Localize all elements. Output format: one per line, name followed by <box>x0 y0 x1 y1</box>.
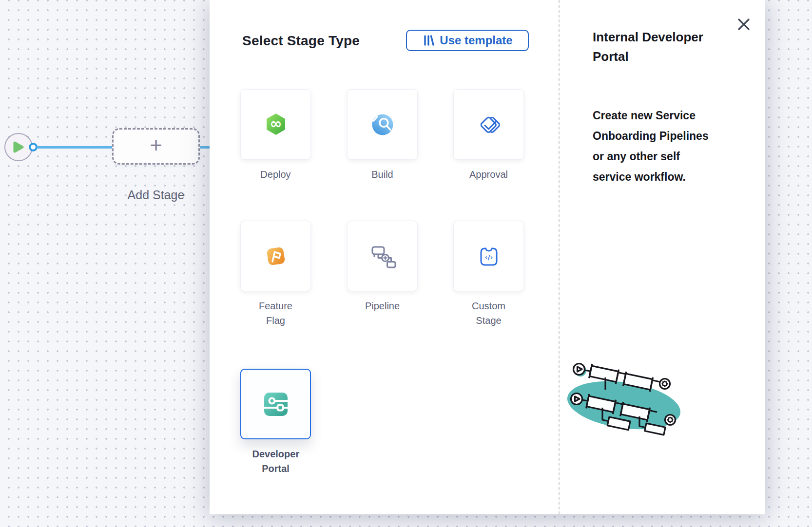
panel-divider <box>559 0 560 514</box>
stage-card-deploy[interactable]: ∞ Deploy <box>240 89 311 182</box>
plus-icon: + <box>150 135 162 155</box>
pipeline-canvas: + Add Stage Select Stage Type Use templa… <box>0 0 812 527</box>
description-line: service workflow. <box>593 167 729 187</box>
stage-card-build[interactable]: Build <box>347 89 418 182</box>
x-icon <box>737 18 751 31</box>
add-stage-button[interactable]: + <box>112 128 200 165</box>
use-template-button[interactable]: Use template <box>406 30 529 51</box>
pipelines-illustration <box>561 355 686 447</box>
modal-title: Select Stage Type <box>242 33 360 49</box>
custom-stage-icon: ‹/› <box>476 244 502 269</box>
stage-card-approval[interactable]: Approval <box>453 89 524 182</box>
stage-card-developer-portal[interactable]: Developer Portal <box>240 369 311 476</box>
stage-card-pipeline[interactable]: Pipeline <box>347 221 418 313</box>
description-line: Onboarding Pipelines <box>593 126 729 146</box>
stage-card-label: Custom Stage <box>465 299 512 328</box>
pipeline-icon <box>369 243 396 269</box>
stage-card-label: Approval <box>453 167 524 182</box>
stage-card-custom-stage[interactable]: ‹/› Custom Stage <box>453 221 524 328</box>
use-template-label: Use template <box>440 34 512 47</box>
developer-portal-icon <box>264 393 288 416</box>
select-stage-type-modal: Select Stage Type Use template ∞ Deploy <box>210 0 765 514</box>
close-button[interactable] <box>735 16 752 33</box>
feature-flag-icon <box>264 245 288 268</box>
stage-card-label: Deploy <box>240 167 311 182</box>
stage-card-label: Build <box>347 167 418 182</box>
stage-card-label: Developer Portal <box>252 447 299 476</box>
description-line: Create new Service <box>593 105 729 126</box>
library-icon <box>422 34 435 47</box>
approval-icon <box>476 112 502 137</box>
deploy-icon: ∞ <box>264 113 288 136</box>
description-line: or any other self <box>593 146 729 167</box>
edge-line <box>37 146 113 149</box>
stage-card-label: Feature Flag <box>252 299 299 328</box>
svg-text:∞: ∞ <box>270 114 282 132</box>
stage-card-feature-flag[interactable]: Feature Flag <box>240 221 311 328</box>
detail-panel-description: Create new Service Onboarding Pipelines … <box>593 105 729 187</box>
play-icon <box>13 141 24 153</box>
detail-panel-title: Internal Developer Portal <box>593 27 732 66</box>
stage-card-label: Pipeline <box>347 299 418 313</box>
build-icon <box>371 113 394 136</box>
svg-text:‹/›: ‹/› <box>484 253 493 261</box>
add-stage-label: Add Stage <box>112 188 200 202</box>
